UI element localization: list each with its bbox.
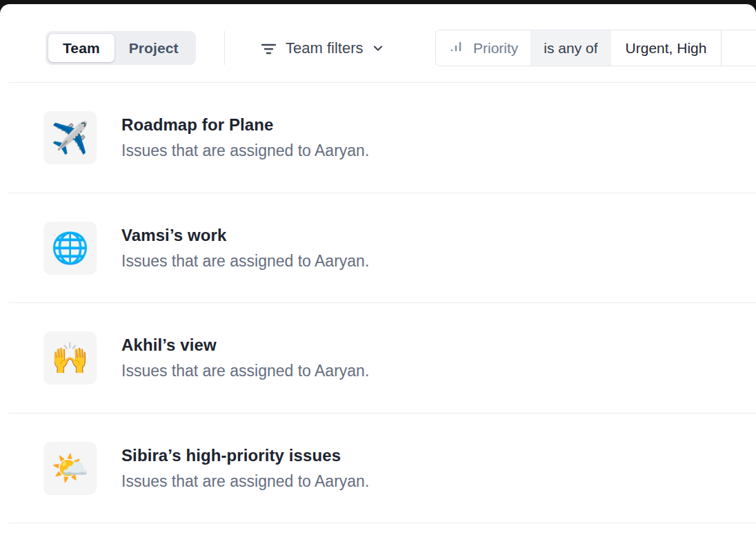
tab-team[interactable]: Team — [48, 34, 115, 62]
row-divider — [9, 523, 756, 523]
view-emoji-tile: 🌤️ — [43, 442, 97, 495]
view-emoji-tile: 🌐 — [43, 222, 97, 275]
priority-filter-chip: Priority is any of Urgent, High — [435, 30, 756, 66]
views-header: Team Project Team filters — [0, 4, 756, 83]
view-title: Sibira’s high-priority issues — [121, 446, 369, 465]
view-description: Issues that are assigned to Aaryan. — [121, 252, 369, 271]
filter-lines-icon — [259, 39, 278, 58]
view-text-block: Vamsi’s work Issues that are assigned to… — [121, 226, 369, 271]
filter-field-label: Priority — [473, 40, 518, 57]
view-description: Issues that are assigned to Aaryan. — [121, 142, 369, 160]
view-row-vamsis-work[interactable]: 🌐 Vamsi’s work Issues that are assigned … — [0, 193, 756, 304]
view-row-roadmap-for-plane[interactable]: ✈️ Roadmap for Plane Issues that are ass… — [0, 83, 756, 193]
view-text-block: Roadmap for Plane Issues that are assign… — [121, 115, 369, 160]
team-filters-button[interactable]: Team filters — [259, 32, 386, 65]
tab-project[interactable]: Project — [115, 34, 193, 62]
view-emoji-tile: 🙌 — [43, 331, 97, 385]
view-title: Akhil’s view — [121, 336, 369, 355]
filter-values-button[interactable]: Urgent, High — [611, 30, 722, 66]
filter-operator-button[interactable]: is any of — [530, 30, 610, 66]
view-title: Vamsi’s work — [121, 226, 369, 245]
filter-field-button[interactable]: Priority — [436, 30, 530, 66]
view-emoji-tile: ✈️ — [43, 111, 97, 164]
view-title: Roadmap for Plane — [121, 115, 369, 135]
view-text-block: Akhil’s view Issues that are assigned to… — [121, 336, 369, 380]
signal-bars-icon — [448, 37, 466, 59]
views-panel: Team Project Team filters — [0, 4, 756, 553]
view-description: Issues that are assigned to Aaryan. — [121, 362, 369, 380]
view-description: Issues that are assigned to Aaryan. — [121, 472, 369, 491]
chevron-down-icon — [370, 41, 386, 56]
view-text-block: Sibira’s high-priority issues Issues tha… — [121, 446, 369, 491]
team-filters-label: Team filters — [286, 39, 363, 57]
header-vertical-divider — [224, 31, 225, 65]
filter-chip-overflow — [721, 30, 756, 66]
view-row-akhils-view[interactable]: 🙌 Akhil’s view Issues that are assigned … — [0, 303, 756, 414]
scope-toggle: Team Project — [46, 31, 196, 65]
view-row-sibiras-high-priority-issues[interactable]: 🌤️ Sibira’s high-priority issues Issues … — [0, 414, 756, 524]
